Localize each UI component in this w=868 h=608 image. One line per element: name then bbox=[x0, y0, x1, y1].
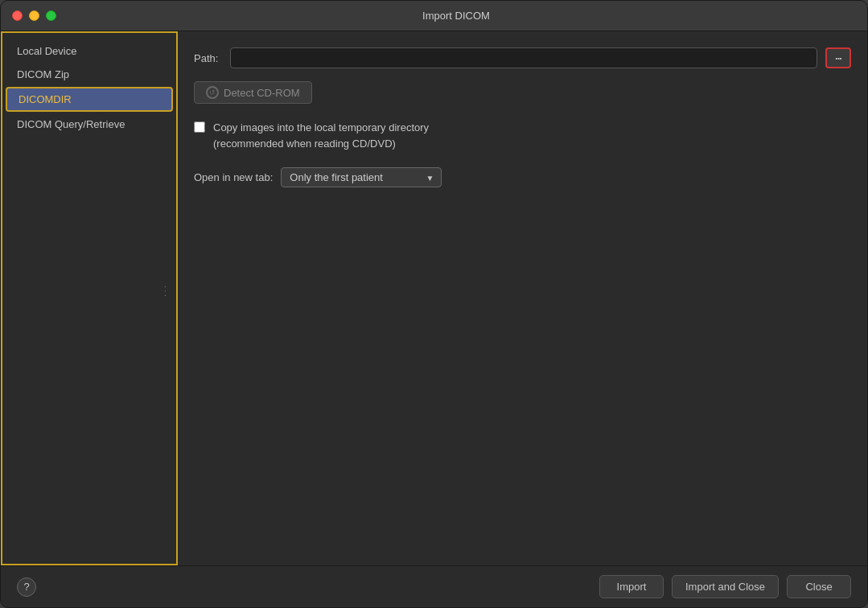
maximize-traffic-light[interactable] bbox=[46, 10, 56, 21]
open-tab-label: Open in new tab: bbox=[194, 171, 273, 183]
copy-images-checkbox[interactable] bbox=[194, 121, 205, 133]
close-traffic-light[interactable] bbox=[12, 10, 23, 21]
browse-button[interactable]: ··· bbox=[825, 47, 851, 68]
help-button[interactable]: ? bbox=[17, 577, 36, 597]
open-tab-select-wrapper: Only the first patient All patients None bbox=[281, 167, 442, 187]
close-button[interactable]: Close bbox=[787, 575, 851, 598]
sidebar-item-dicomdir[interactable]: DICOMDIR bbox=[6, 87, 173, 112]
path-label: Path: bbox=[194, 52, 222, 64]
titlebar: Import DICOM bbox=[1, 1, 867, 31]
import-dicom-window: Import DICOM Local Device DICOM Zip DICO… bbox=[0, 0, 868, 608]
copy-images-label: Copy images into the local temporary dir… bbox=[213, 120, 429, 151]
detect-cdrom-button[interactable]: ↺ Detect CD-ROM bbox=[194, 81, 312, 104]
traffic-lights bbox=[12, 10, 56, 21]
path-input[interactable] bbox=[230, 47, 817, 68]
sidebar-item-dicom-query[interactable]: DICOM Query/Retrieve bbox=[6, 113, 173, 135]
minimize-traffic-light[interactable] bbox=[29, 10, 39, 21]
detect-cdrom-label: Detect CD-ROM bbox=[224, 87, 300, 99]
bottom-bar: ? Import Import and Close Close bbox=[1, 565, 867, 607]
right-panel: Path: ··· ↺ Detect CD-ROM Copy images in… bbox=[178, 31, 867, 565]
copy-images-row: Copy images into the local temporary dir… bbox=[194, 120, 851, 151]
main-content: Local Device DICOM Zip DICOMDIR DICOM Qu… bbox=[1, 31, 867, 565]
sidebar-dots: ··· bbox=[160, 286, 171, 298]
sidebar: Local Device DICOM Zip DICOMDIR DICOM Qu… bbox=[1, 31, 178, 565]
import-button[interactable]: Import bbox=[599, 575, 664, 598]
path-row: Path: ··· bbox=[194, 47, 851, 68]
sidebar-item-dicom-zip[interactable]: DICOM Zip bbox=[6, 64, 173, 85]
sidebar-item-local-device[interactable]: Local Device bbox=[6, 40, 173, 62]
cdrom-icon: ↺ bbox=[206, 86, 219, 99]
open-tab-row: Open in new tab: Only the first patient … bbox=[194, 167, 851, 187]
window-title: Import DICOM bbox=[56, 10, 856, 22]
open-tab-select[interactable]: Only the first patient All patients None bbox=[281, 167, 442, 187]
import-close-button[interactable]: Import and Close bbox=[672, 575, 779, 598]
